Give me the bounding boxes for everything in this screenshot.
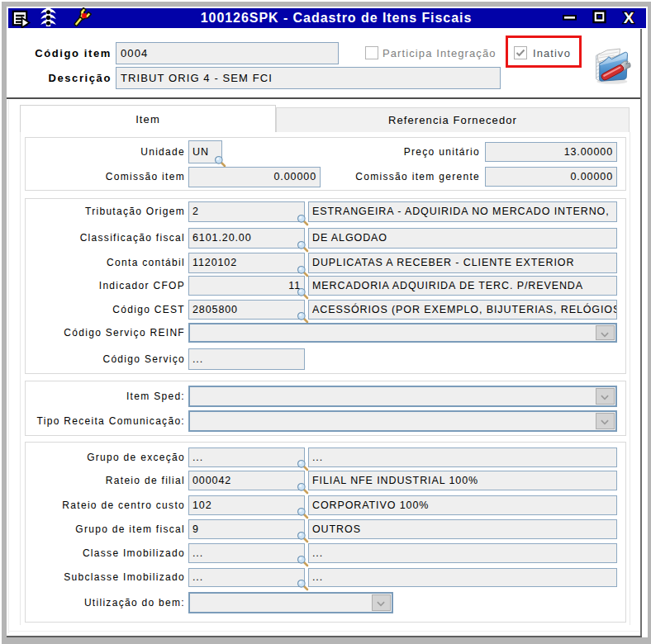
svg-text:X: X bbox=[624, 9, 634, 26]
